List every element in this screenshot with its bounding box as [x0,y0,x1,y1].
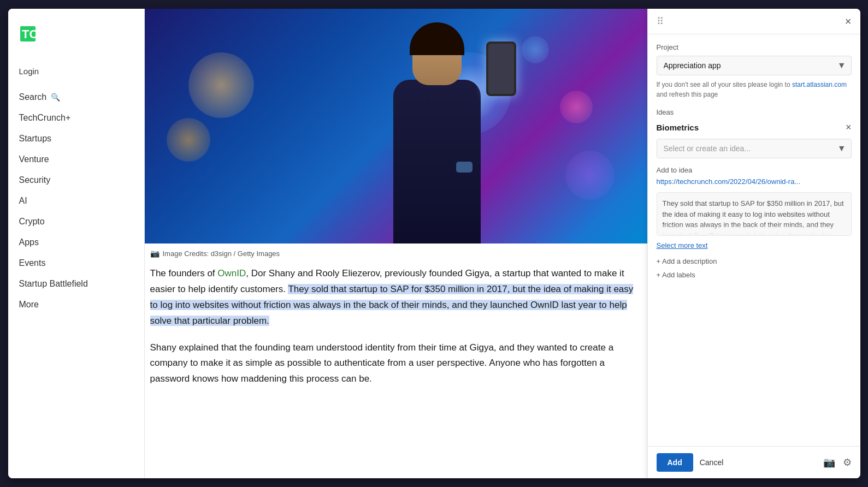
ideas-header: Ideas [657,108,852,116]
sidebar-item-apps[interactable]: Apps [8,232,144,253]
biometrics-tag-close-button[interactable]: × [846,122,852,133]
image-credit-text: Image Credits: d3sign / Getty Images [163,250,280,258]
phone [486,41,516,96]
para1-before-link: The founders of [150,268,218,278]
sidebar-nav: Search 🔍 TechCrunch+ Startups Venture Se… [8,87,144,315]
sidebar-item-more[interactable]: More [8,294,144,315]
sidebar-item-security[interactable]: Security [8,170,144,191]
sidebar-item-venture[interactable]: Venture [8,149,144,170]
helper-text: If you don't see all of your sites pleas… [657,80,852,99]
page-layout: TC Login Search 🔍 TechCrunch+ Startups V… [8,9,860,478]
idea-text-preview: They sold that startup to SAP for $350 m… [657,192,852,236]
settings-icon-button[interactable]: ⚙ [843,456,852,468]
add-button[interactable]: Add [657,453,693,472]
helper-text-before: If you don't see all of your sites pleas… [657,81,792,88]
idea-select[interactable]: Select or create an idea... [657,139,852,158]
login-link[interactable]: Login [8,63,144,87]
ideas-label: Ideas [657,108,674,116]
project-select-wrapper: Appreciation app ▼ [657,56,852,75]
bokeh-light-4 [522,36,549,63]
add-description-button[interactable]: + Add a description [657,257,852,265]
sidebar-item-search[interactable]: Search 🔍 [8,87,144,108]
panel-body: Project Appreciation app ▼ If you don't … [648,34,860,446]
panel-footer: Add Cancel 📷 ⚙ [648,446,860,478]
project-label: Project [657,43,852,51]
camera-credit-icon: 📷 [150,249,160,258]
panel-header: ⠿ × [648,9,860,34]
cancel-button[interactable]: Cancel [700,458,724,467]
select-more-text-link[interactable]: Select more text [657,241,852,250]
head [412,25,462,85]
tc-logo: TC [19,25,133,47]
nav-item-label: Venture [19,155,49,164]
article-hero-image [145,9,647,243]
settings-gear-icon: ⚙ [843,457,852,468]
idea-url-link[interactable]: https://techcrunch.com/2022/04/26/ownid-… [657,177,852,186]
add-labels-button[interactable]: + Add labels [657,271,852,279]
sidebar-item-techcrunch-plus[interactable]: TechCrunch+ [8,108,144,128]
sidebar-item-crypto[interactable]: Crypto [8,211,144,232]
image-inner [145,9,647,243]
bokeh-light-1 [188,52,254,118]
article-paragraph-1: The founders of OwnID, Dor Shany and Roo… [150,266,642,329]
nav-item-label: Apps [19,237,39,247]
article-paragraph-2: Shany explained that the founding team u… [150,340,642,388]
browser-window: TC Login Search 🔍 TechCrunch+ Startups V… [8,9,860,478]
hair [410,22,464,55]
sidebar-item-events[interactable]: Events [8,253,144,274]
article-body: 📷 Image Credits: d3sign / Getty Images T… [145,243,647,414]
search-icon: 🔍 [51,93,60,102]
nav-item-label: Security [19,175,51,185]
add-to-idea-section: Add to idea https://techcrunch.com/2022/… [657,166,852,279]
sidebar-item-ai[interactable]: AI [8,191,144,211]
watch [456,162,473,173]
nav-item-label: Events [19,258,46,268]
ideas-section: Ideas Biometrics × Select or create an i… [657,108,852,158]
image-credit: 📷 Image Credits: d3sign / Getty Images [150,243,642,266]
add-to-idea-label: Add to idea [657,166,852,174]
logo-area: TC [8,20,144,63]
sidebar-item-startup-battlefield[interactable]: Startup Battlefield [8,274,144,294]
sidebar-item-startups[interactable]: Startups [8,128,144,149]
panel-close-button[interactable]: × [845,16,852,27]
nav-item-label: AI [19,196,27,206]
person-figure [369,14,505,243]
idea-select-wrapper: Select or create an idea... ▼ [657,139,852,158]
atlassian-link[interactable]: start.atlassian.com [792,81,847,88]
project-select[interactable]: Appreciation app [657,56,852,75]
main-content: 📷 Image Credits: d3sign / Getty Images T… [145,9,647,478]
side-panel: ⠿ × Project Appreciation app ▼ If you do… [647,9,860,478]
nav-item-label: More [19,300,39,310]
bokeh-light-2 [167,118,210,162]
nav-item-label: Search [19,92,47,102]
camera-icon-button[interactable]: 📷 [823,456,835,468]
nav-item-label: Startups [19,134,52,144]
phone-screen [488,44,514,94]
biometrics-tag: Biometrics × [657,122,852,133]
nav-item-label: TechCrunch+ [19,113,71,123]
bokeh-light-3 [560,91,593,123]
drag-handle-icon[interactable]: ⠿ [657,15,665,27]
svg-text:TC: TC [22,27,38,41]
ownid-link[interactable]: OwnID [217,268,246,278]
bokeh-light-5 [565,151,615,200]
sidebar: TC Login Search 🔍 TechCrunch+ Startups V… [8,9,145,478]
camera-icon: 📷 [823,457,835,468]
helper-text-after: and refresh this page [657,91,718,98]
biometrics-tag-text: Biometrics [657,123,699,132]
nav-item-label: Startup Battlefield [19,279,88,289]
footer-icons: 📷 ⚙ [823,456,852,468]
nav-item-label: Crypto [19,217,45,227]
